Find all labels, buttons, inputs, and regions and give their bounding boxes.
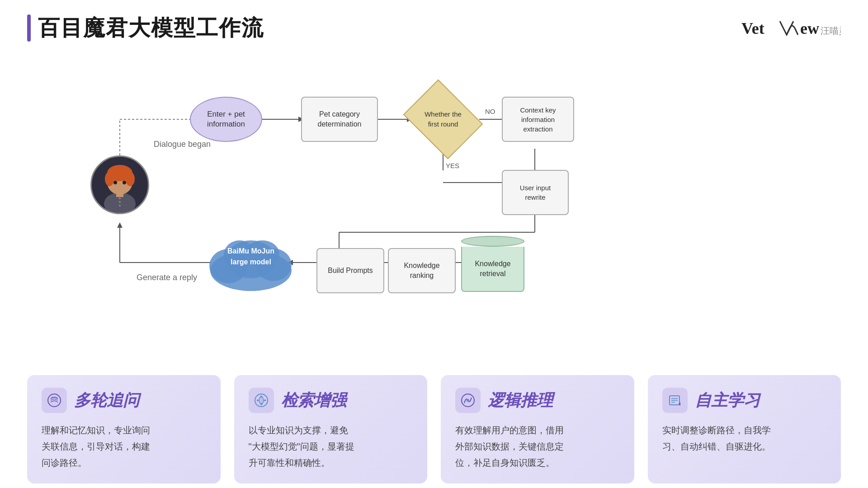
page-title: 百目魔君大模型工作流 — [38, 14, 264, 42]
search-enhance-icon — [253, 392, 269, 408]
svg-point-38 — [113, 181, 117, 184]
feature-card-3: 自主学习 实时调整诊断路径，自我学 习、自动纠错、自驱进化。 — [648, 375, 841, 483]
title-container: 百目魔君大模型工作流 — [27, 14, 264, 42]
feature-card-2: 逻辑推理 有效理解用户的意图，借用 外部知识数据，关键信息定 位，补足自身知识匮… — [441, 375, 634, 483]
dialogue-began-label: Dialogue began — [154, 140, 211, 149]
card-title-1: 检索增强 — [281, 389, 346, 412]
svg-point-39 — [123, 181, 126, 184]
card-title-0: 多轮追问 — [74, 389, 139, 412]
svg-point-37 — [126, 172, 135, 186]
feature-card-0: 多轮追问 理解和记忆知识，专业询问 关联信息，引导对话，构建 问诊路径。 — [27, 375, 221, 483]
card-desc-1: 以专业知识为支撑，避免 "大模型幻觉"问题，显著提 升可靠性和精确性。 — [249, 422, 413, 471]
svg-point-41 — [119, 201, 121, 203]
svg-text:汪喵灵灵: 汪喵灵灵 — [821, 26, 841, 36]
feature-cards: 多轮追问 理解和记忆知识，专业询问 关联信息，引导对话，构建 问诊路径。 检索增… — [0, 371, 868, 488]
cylinder-top — [461, 236, 524, 247]
logo-icon: Vet ew 汪喵灵灵 — [741, 17, 841, 39]
svg-point-36 — [105, 172, 114, 186]
user-input-node: User input rewrite — [502, 170, 569, 215]
svg-text:ew: ew — [800, 19, 819, 38]
svg-text:Vet: Vet — [741, 19, 764, 38]
enter-pet-node: Enter + pet information — [190, 97, 262, 142]
card-icon-0 — [42, 388, 67, 413]
knowledge-ranking-node: Knowledge ranking — [388, 248, 456, 293]
card-title-2: 逻辑推理 — [488, 389, 553, 412]
svg-text:YES: YES — [446, 162, 459, 169]
svg-point-49 — [48, 394, 61, 407]
card-desc-3: 实时调整诊断路径，自我学 习、自动纠错、自驱进化。 — [662, 422, 827, 455]
card-desc-2: 有效理解用户的意图，借用 外部知识数据，关键信息定 位，补足自身知识匮乏。 — [455, 422, 620, 471]
card-header-0: 多轮追问 — [42, 388, 206, 413]
svg-point-52 — [264, 399, 266, 401]
pet-category-node: Pet category determination — [301, 97, 378, 142]
flowchart: NO YES — [0, 52, 868, 296]
avatar — [90, 155, 149, 214]
avatar-figure — [99, 163, 140, 213]
self-learn-icon — [667, 392, 683, 408]
svg-marker-31 — [117, 222, 123, 228]
first-round-diamond: Whether the first round — [407, 92, 479, 146]
diamond-text: Whether the first round — [425, 109, 462, 130]
card-icon-2 — [455, 388, 481, 413]
card-header-1: 检索增强 — [249, 388, 413, 413]
card-icon-1 — [249, 388, 274, 413]
svg-text:NO: NO — [485, 108, 495, 115]
svg-point-51 — [260, 396, 262, 398]
knowledge-retrieval-node: Knowledge retrieval — [461, 235, 524, 293]
card-title-3: 自主学习 — [695, 389, 760, 412]
baimu-model-label: BaiMu MoJun large model — [203, 246, 298, 267]
header: 百目魔君大模型工作流 Vet ew 汪喵灵灵 — [0, 0, 868, 47]
card-desc-0: 理解和记忆知识，专业询问 关联信息，引导对话，构建 问诊路径。 — [42, 422, 206, 471]
title-bar — [27, 14, 31, 42]
card-icon-3 — [662, 388, 688, 413]
cylinder-body: Knowledge retrieval — [461, 247, 524, 292]
context-key-node: Context key information extraction — [502, 97, 574, 142]
generate-reply-label: Generate a reply — [137, 273, 197, 282]
feature-card-1: 检索增强 以专业知识为支撑，避免 "大模型幻觉"问题，显著提 升可靠性和精确性。 — [234, 375, 428, 483]
multi-round-icon — [46, 392, 62, 408]
svg-point-53 — [260, 403, 262, 405]
card-header-3: 自主学习 — [662, 388, 827, 413]
logo-area: Vet ew 汪喵灵灵 — [741, 17, 841, 39]
avatar-circle — [90, 155, 149, 214]
svg-point-54 — [257, 399, 259, 401]
svg-point-56 — [467, 399, 469, 402]
logic-icon — [460, 392, 476, 408]
svg-point-40 — [119, 197, 121, 199]
svg-point-42 — [119, 205, 121, 206]
card-header-2: 逻辑推理 — [455, 388, 620, 413]
baimu-model-node: BaiMu MoJun large model — [203, 232, 298, 295]
build-prompts-node: Build Prompts — [316, 248, 384, 293]
